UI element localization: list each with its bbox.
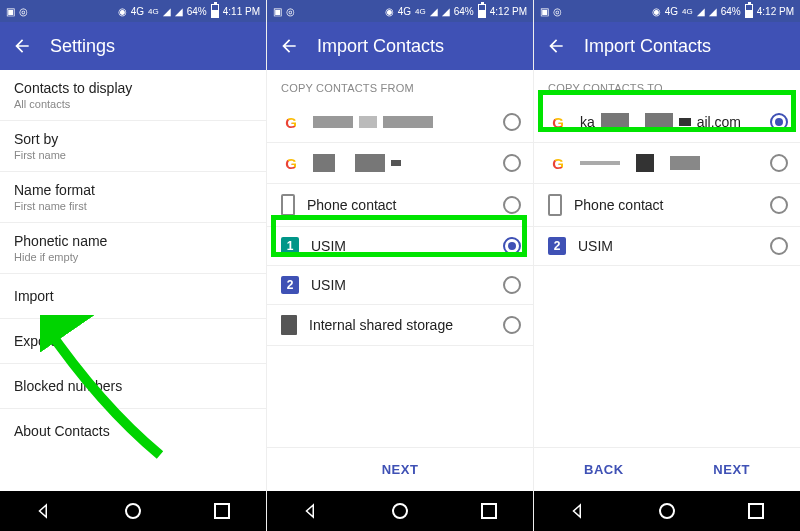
- back-icon[interactable]: [12, 36, 32, 56]
- option-label: USIM: [578, 238, 758, 254]
- clock: 4:12 PM: [757, 6, 794, 17]
- option-google-account-1[interactable]: G: [267, 102, 533, 143]
- hotspot-icon: ◉: [385, 6, 394, 17]
- option-label: Phone contact: [574, 197, 758, 213]
- option-label: [313, 154, 491, 172]
- radio-icon[interactable]: [503, 237, 521, 255]
- option-google-account-2[interactable]: G: [534, 143, 800, 184]
- option-usim[interactable]: 2 USIM: [534, 227, 800, 266]
- sim-icon: 2: [548, 237, 566, 255]
- nav-recent-icon[interactable]: [211, 500, 233, 522]
- radio-icon[interactable]: [770, 237, 788, 255]
- bottom-bar: NEXT: [267, 447, 533, 491]
- svg-point-0: [126, 504, 140, 518]
- phone-screen-2: ▣ ◎ ◉ 4G 4G ◢ ◢ 64% 4:12 PM Imp: [266, 0, 533, 531]
- google-icon: G: [548, 112, 568, 132]
- radio-icon[interactable]: [503, 113, 521, 131]
- radio-icon[interactable]: [503, 196, 521, 214]
- option-label: Internal shared storage: [309, 317, 491, 333]
- app-bar: Import Contacts: [267, 22, 533, 70]
- nav-back-icon[interactable]: [300, 500, 322, 522]
- bottom-bar: BACK NEXT: [534, 447, 800, 491]
- google-icon: G: [548, 153, 568, 173]
- battery-icon: [211, 4, 219, 18]
- option-label: USIM: [311, 238, 491, 254]
- radio-icon[interactable]: [503, 276, 521, 294]
- option-phone-contact[interactable]: Phone contact: [534, 184, 800, 227]
- settings-row-export[interactable]: Export: [0, 319, 266, 364]
- radio-icon[interactable]: [770, 113, 788, 131]
- status-bar: ▣ ◎ ◉ 4G 4G ◢ ◢ 64% 4:11 PM: [0, 0, 266, 22]
- nav-back-icon[interactable]: [567, 500, 589, 522]
- signal-icon: ◢: [697, 6, 705, 17]
- battery-percent: 64%: [721, 6, 741, 17]
- svg-point-4: [660, 504, 674, 518]
- google-icon: G: [281, 112, 301, 132]
- signal-icon: ◢: [163, 6, 171, 17]
- app-icon: ◎: [19, 6, 28, 17]
- back-icon[interactable]: [546, 36, 566, 56]
- next-button[interactable]: NEXT: [362, 452, 439, 487]
- settings-row-phonetic-name[interactable]: Phonetic name Hide if empty: [0, 223, 266, 274]
- nav-bar: [267, 491, 533, 531]
- sim-icon: 2: [281, 276, 299, 294]
- option-phone-contact[interactable]: Phone contact: [267, 184, 533, 227]
- option-internal-storage[interactable]: Internal shared storage: [267, 305, 533, 346]
- back-icon[interactable]: [279, 36, 299, 56]
- status-bar: ▣ ◎ ◉ 4G 4G ◢ ◢ 64% 4:12 PM: [534, 0, 800, 22]
- radio-icon[interactable]: [503, 316, 521, 334]
- nav-home-icon[interactable]: [122, 500, 144, 522]
- option-label: Phone contact: [307, 197, 491, 213]
- network-label: 4G: [665, 6, 678, 17]
- nav-back-icon[interactable]: [33, 500, 55, 522]
- svg-point-2: [393, 504, 407, 518]
- page-title: Settings: [50, 36, 115, 57]
- settings-row-name-format[interactable]: Name format First name first: [0, 172, 266, 223]
- settings-row-blocked-numbers[interactable]: Blocked numbers: [0, 364, 266, 409]
- picture-icon: ▣: [540, 6, 549, 17]
- clock: 4:11 PM: [223, 6, 260, 17]
- section-header: COPY CONTACTS TO: [534, 70, 800, 102]
- next-button[interactable]: NEXT: [693, 452, 770, 487]
- google-icon: G: [281, 153, 301, 173]
- nav-recent-icon[interactable]: [478, 500, 500, 522]
- app-icon: ◎: [286, 6, 295, 17]
- settings-row-about-contacts[interactable]: About Contacts: [0, 409, 266, 453]
- settings-row-import[interactable]: Import: [0, 274, 266, 319]
- app-bar: Settings: [0, 22, 266, 70]
- hd-label: 4G: [415, 7, 426, 16]
- svg-rect-3: [482, 504, 496, 518]
- hd-label: 4G: [682, 7, 693, 16]
- network-label: 4G: [131, 6, 144, 17]
- storage-icon: [281, 315, 297, 335]
- option-label: ka ail.com: [580, 113, 758, 131]
- nav-bar: [0, 491, 266, 531]
- page-title: Import Contacts: [584, 36, 711, 57]
- option-usim-2[interactable]: 2 USIM: [267, 266, 533, 305]
- signal-icon: ◢: [442, 6, 450, 17]
- option-google-account-1[interactable]: G ka ail.com: [534, 102, 800, 143]
- nav-home-icon[interactable]: [656, 500, 678, 522]
- hotspot-icon: ◉: [118, 6, 127, 17]
- phone-icon: [281, 194, 295, 216]
- option-label: [313, 116, 491, 128]
- signal-icon: ◢: [175, 6, 183, 17]
- nav-recent-icon[interactable]: [745, 500, 767, 522]
- radio-icon[interactable]: [770, 154, 788, 172]
- page-title: Import Contacts: [317, 36, 444, 57]
- phone-screen-1: ▣ ◎ ◉ 4G 4G ◢ ◢ 64% 4:11 PM Set: [0, 0, 266, 531]
- battery-percent: 64%: [454, 6, 474, 17]
- radio-icon[interactable]: [770, 196, 788, 214]
- option-usim-1[interactable]: 1 USIM: [267, 227, 533, 266]
- battery-icon: [745, 4, 753, 18]
- svg-rect-5: [749, 504, 763, 518]
- battery-icon: [478, 4, 486, 18]
- signal-icon: ◢: [709, 6, 717, 17]
- option-google-account-2[interactable]: G: [267, 143, 533, 184]
- settings-row-contacts-display[interactable]: Contacts to display All contacts: [0, 70, 266, 121]
- settings-row-sort-by[interactable]: Sort by First name: [0, 121, 266, 172]
- radio-icon[interactable]: [503, 154, 521, 172]
- nav-home-icon[interactable]: [389, 500, 411, 522]
- option-label: USIM: [311, 277, 491, 293]
- back-button[interactable]: BACK: [564, 452, 644, 487]
